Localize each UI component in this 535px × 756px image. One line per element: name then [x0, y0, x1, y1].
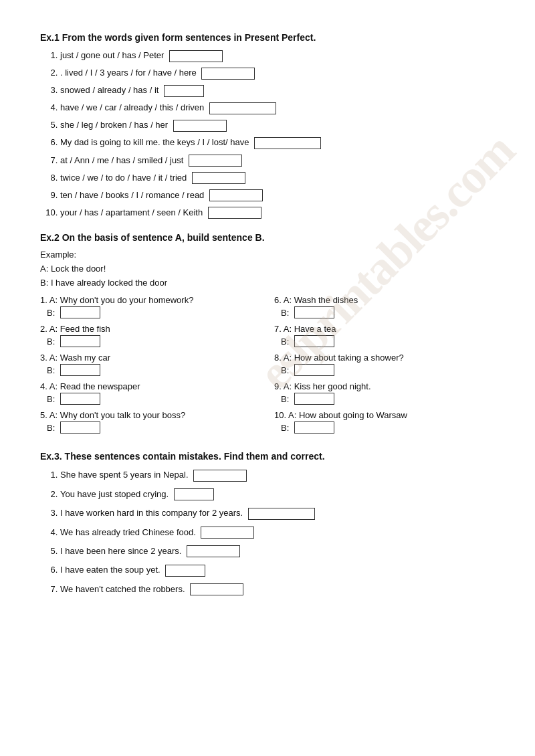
- list-item: snowed / already / has / it: [60, 83, 495, 98]
- answer-box[interactable]: [60, 364, 100, 376]
- ex2-item: 9. A: Kiss her good night. B:: [274, 381, 495, 405]
- ex2-columns: 1. A: Why don't you do your homework? B:…: [40, 295, 495, 439]
- answer-box[interactable]: [201, 68, 255, 80]
- answer-box[interactable]: [60, 393, 100, 405]
- ex2-title: Ex.2 On the basis of sentence A, build s…: [40, 232, 495, 243]
- ex2-item: 1. A: Why don't you do your homework? B:: [40, 295, 261, 318]
- ex2-example-a: A: Lock the door!: [40, 262, 495, 276]
- list-item: have / we / car / already / this / drive…: [60, 100, 495, 115]
- list-item: just / gone out / has / Peter: [60, 48, 495, 63]
- answer-box[interactable]: [169, 50, 223, 62]
- list-item: I have been here since 2 years.: [60, 543, 495, 559]
- list-item: My dad is going to kill me. the keys / I…: [60, 135, 495, 150]
- answer-box[interactable]: [192, 172, 245, 184]
- ex2-item: 10. A: How about going to Warsaw B:: [274, 410, 495, 434]
- ex2-item: 6. A: Wash the dishes B:: [274, 295, 495, 318]
- ex1-list: just / gone out / has / Peter . lived / …: [40, 48, 495, 220]
- ex3-list: She have spent 5 years in Nepal. You hav…: [40, 467, 495, 597]
- answer-box[interactable]: [294, 421, 334, 434]
- list-item: she / leg / broken / has / her: [60, 118, 495, 132]
- list-item: I have eaten the soup yet.: [60, 562, 495, 577]
- ex2-example-b: B: I have already locked the door: [40, 276, 495, 290]
- answer-box[interactable]: [254, 137, 321, 149]
- list-item: . lived / I / 3 years / for / have / her…: [60, 66, 495, 80]
- answer-box[interactable]: [187, 545, 240, 557]
- answer-box[interactable]: [60, 421, 100, 434]
- answer-box[interactable]: [294, 364, 334, 376]
- answer-box[interactable]: [294, 306, 334, 318]
- ex2-example: Example: A: Lock the door! B: I have alr…: [40, 248, 495, 290]
- ex3-title: Ex.3. These sentences contain mistakes. …: [40, 451, 495, 462]
- ex2-item: 3. A: Wash my car B:: [40, 353, 261, 376]
- answer-box[interactable]: [164, 85, 204, 97]
- answer-box[interactable]: [60, 306, 100, 318]
- answer-box[interactable]: [201, 527, 254, 539]
- list-item: We haven't catched the robbers.: [60, 581, 495, 597]
- list-item: You have just stoped crying.: [60, 486, 495, 502]
- ex2-left-col: 1. A: Why don't you do your homework? B:…: [40, 295, 261, 439]
- exercise-1: Ex.1 From the words given form sentences…: [40, 32, 495, 220]
- answer-box[interactable]: [248, 508, 315, 520]
- list-item: at / Ann / me / has / smiled / just: [60, 153, 495, 168]
- answer-box[interactable]: [209, 102, 276, 114]
- ex2-item: 5. A: Why don't you talk to your boss? B…: [40, 410, 261, 434]
- answer-box[interactable]: [208, 207, 261, 219]
- answer-box[interactable]: [165, 565, 205, 577]
- answer-box[interactable]: [190, 583, 243, 595]
- exercise-3: Ex.3. These sentences contain mistakes. …: [40, 451, 495, 597]
- answer-box[interactable]: [60, 335, 100, 347]
- ex2-right-col: 6. A: Wash the dishes B: 7. A: Have a te…: [274, 295, 495, 439]
- list-item: your / has / apartament / seen / Keith: [60, 205, 495, 220]
- list-item: She have spent 5 years in Nepal.: [60, 467, 495, 482]
- exercise-2: Ex.2 On the basis of sentence A, build s…: [40, 232, 495, 439]
- answer-box[interactable]: [173, 120, 227, 132]
- answer-box[interactable]: [294, 335, 334, 347]
- answer-box[interactable]: [193, 470, 247, 482]
- ex2-item: 7. A: Have a tea B:: [274, 324, 495, 347]
- list-item: ten / have / books / I / romance / read: [60, 188, 495, 203]
- ex2-item: 4. A: Read the newspaper B:: [40, 381, 261, 405]
- answer-box[interactable]: [209, 189, 263, 201]
- answer-box[interactable]: [174, 488, 214, 500]
- ex2-item: 2. A: Feed the fish B:: [40, 324, 261, 347]
- ex2-example-label: Example:: [40, 248, 495, 262]
- list-item: I have worken hard in this company for 2…: [60, 505, 495, 521]
- ex1-title: Ex.1 From the words given form sentences…: [40, 32, 495, 43]
- list-item: We has already tried Chinese food.: [60, 525, 495, 540]
- ex2-item: 8. A: How about taking a shower? B:: [274, 353, 495, 376]
- list-item: twice / we / to do / have / it / tried: [60, 171, 495, 185]
- answer-box[interactable]: [294, 393, 334, 405]
- answer-box[interactable]: [189, 155, 242, 167]
